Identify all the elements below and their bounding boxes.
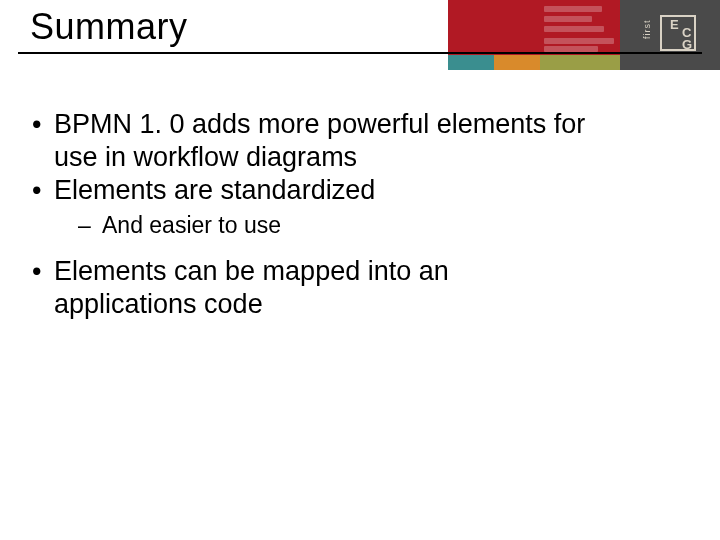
bullet-item: BPMN 1. 0 adds more powerful elements fo…	[26, 108, 586, 174]
bullet-text: BPMN 1. 0 adds more powerful elements fo…	[54, 109, 585, 172]
bullet-item: Elements are standardized And easier to …	[26, 174, 586, 241]
slide-title-area: Summary	[0, 0, 720, 70]
slide-body: BPMN 1. 0 adds more powerful elements fo…	[26, 108, 586, 321]
bullet-text: Elements are standardized	[54, 175, 375, 205]
sub-bullet-item: And easier to use	[54, 211, 586, 241]
sub-bullet-text: And easier to use	[102, 212, 281, 238]
bullet-text: Elements can be mapped into an applicati…	[54, 256, 449, 319]
title-underline	[18, 52, 702, 54]
slide-title: Summary	[30, 6, 188, 48]
bullet-item: Elements can be mapped into an applicati…	[26, 255, 586, 321]
